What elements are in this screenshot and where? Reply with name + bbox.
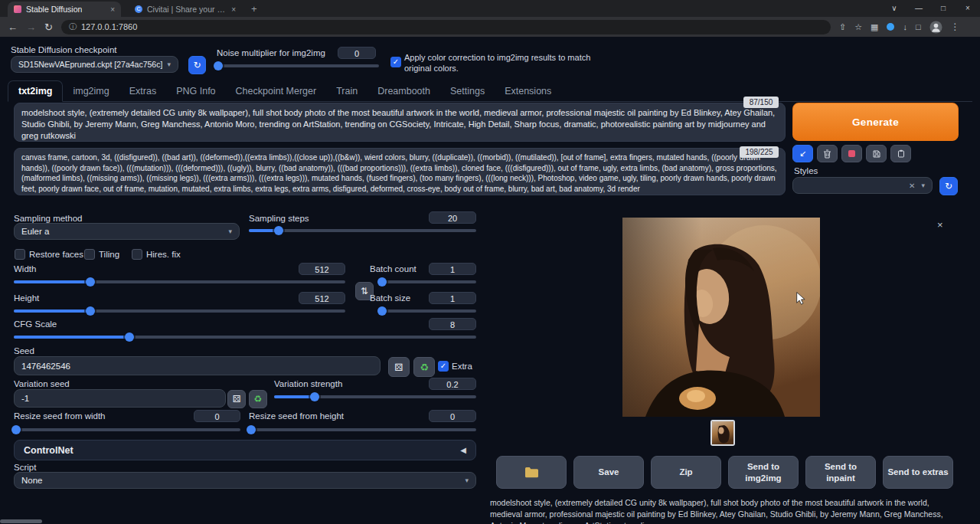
noise-multiplier-value[interactable]: 0	[338, 47, 376, 59]
bookmark-star-icon[interactable]: ☆	[854, 22, 862, 32]
generate-button[interactable]: Generate	[792, 103, 959, 141]
slider-thumb[interactable]	[310, 392, 319, 401]
extra-seed-checkbox[interactable]: ✓	[438, 361, 449, 372]
back-icon[interactable]: ←	[8, 21, 18, 33]
tab-extensions[interactable]: Extensions	[495, 81, 561, 101]
forward-icon[interactable]: →	[26, 21, 36, 33]
checkpoint-dropdown[interactable]: SD15NewVAEpruned.ckpt [27a4ac756c] ▾	[11, 56, 178, 73]
negative-prompt-input[interactable]: canvas frame, cartoon, 3d, ((disfigured)…	[14, 148, 786, 195]
batch-count-slider[interactable]	[380, 277, 476, 287]
minimize-button[interactable]: —	[906, 0, 931, 17]
send-to-img2img-button[interactable]: Send to img2img	[728, 456, 799, 489]
variation-seed-input[interactable]: -1	[14, 389, 226, 408]
tiling-checkbox[interactable]	[84, 249, 95, 260]
reload-icon[interactable]: ↻	[44, 21, 53, 33]
share-icon[interactable]: ⇧	[839, 22, 846, 32]
tab-close-icon[interactable]: ×	[231, 5, 236, 14]
width-slider[interactable]	[14, 277, 345, 287]
slider-thumb[interactable]	[274, 226, 283, 235]
width-value[interactable]: 512	[299, 263, 345, 275]
cfg-scale-value[interactable]: 8	[429, 318, 476, 330]
slider-thumb[interactable]	[377, 277, 387, 287]
tab-png-info[interactable]: PNG Info	[166, 81, 225, 101]
tab-settings[interactable]: Settings	[440, 81, 495, 101]
new-tab-button[interactable]: +	[251, 3, 257, 17]
send-to-extras-button[interactable]: Send to extras	[883, 456, 953, 489]
tab-txt2img[interactable]: txt2img	[8, 80, 63, 102]
save-button[interactable]: Save	[573, 456, 644, 489]
tab-checkpoint-merger[interactable]: Checkpoint Merger	[226, 81, 327, 101]
clear-prompt-button[interactable]	[817, 145, 838, 162]
sampling-steps-slider[interactable]	[249, 225, 476, 236]
close-window-button[interactable]: ×	[956, 0, 980, 17]
random-seed-button[interactable]: ⚄	[388, 357, 410, 377]
browser-tab-stable-diffusion[interactable]: Stable Diffusion ×	[8, 2, 121, 17]
slider-thumb[interactable]	[377, 306, 387, 316]
hires-fix-checkbox[interactable]	[132, 249, 142, 260]
tab-img2img[interactable]: img2img	[63, 81, 119, 101]
sampling-method-label: Sampling method	[14, 214, 83, 223]
styles-dropdown[interactable]: ✕ ▾	[792, 177, 933, 194]
slider-thumb[interactable]	[247, 425, 256, 434]
generated-image[interactable]	[622, 218, 820, 417]
reuse-seed-button[interactable]: ♻	[413, 357, 435, 377]
tab-extras[interactable]: Extras	[119, 81, 166, 101]
sampling-method-dropdown[interactable]: Euler a ▾	[14, 223, 240, 240]
controlnet-accordion[interactable]: ControlNet ◀	[14, 440, 476, 460]
refresh-styles-button[interactable]: ↻	[939, 177, 958, 195]
batch-size-value[interactable]: 1	[429, 292, 476, 304]
noise-multiplier-slider[interactable]	[216, 61, 379, 71]
resize-seed-width-value[interactable]: 0	[194, 410, 240, 422]
open-folder-button[interactable]	[496, 456, 567, 489]
slider-thumb[interactable]	[11, 425, 21, 434]
horizontal-scrollbar[interactable]	[0, 519, 42, 523]
refresh-checkpoint-button[interactable]: ↻	[188, 56, 206, 74]
seed-input[interactable]: 1476462546	[14, 356, 381, 375]
slider-thumb[interactable]	[86, 277, 95, 287]
height-slider[interactable]	[14, 306, 345, 316]
tab-dreambooth[interactable]: Dreambooth	[368, 81, 440, 101]
cfg-scale-slider[interactable]	[14, 332, 476, 342]
tab-close-icon[interactable]: ×	[110, 5, 115, 14]
resize-seed-height-slider[interactable]	[249, 424, 476, 435]
prompt-input[interactable]: modelshoot style, (extremely detailed CG…	[14, 103, 786, 142]
maximize-button[interactable]: □	[931, 0, 956, 17]
site-info-icon[interactable]: ⓘ	[69, 21, 77, 32]
address-bar[interactable]: ⓘ 127.0.0.1:7860	[61, 20, 831, 34]
resize-seed-height-value[interactable]: 0	[429, 410, 476, 422]
sampling-steps-value[interactable]: 20	[429, 211, 476, 224]
clear-styles-icon[interactable]: ✕	[909, 182, 921, 190]
sidebar-icon[interactable]: □	[916, 22, 921, 31]
resize-seed-width-slider[interactable]	[14, 424, 240, 435]
variation-strength-value[interactable]: 0.2	[429, 378, 476, 390]
download-icon[interactable]: ↓	[903, 22, 907, 31]
zip-button[interactable]: Zip	[651, 456, 721, 489]
restore-faces-checkbox[interactable]	[15, 249, 25, 260]
send-to-inpaint-button[interactable]: Send to inpaint	[805, 456, 876, 489]
apply-style-button[interactable]	[890, 145, 911, 162]
random-variation-seed-button[interactable]: ⚄	[227, 390, 246, 408]
color-correction-checkbox[interactable]: ✓	[390, 57, 401, 67]
batch-count-value[interactable]: 1	[429, 263, 476, 275]
seed-label: Seed	[14, 346, 34, 355]
gallery-thumbnail[interactable]	[710, 420, 735, 446]
tab-train[interactable]: Train	[326, 81, 368, 101]
extra-networks-button[interactable]	[841, 145, 862, 162]
profile-avatar[interactable]	[929, 21, 942, 34]
slider-thumb[interactable]	[125, 332, 134, 342]
save-style-button[interactable]	[866, 145, 887, 162]
slider-thumb[interactable]	[86, 306, 95, 316]
apps-grid-icon[interactable]: ▦	[871, 22, 878, 32]
extension-icon[interactable]	[887, 23, 894, 31]
window-chevron-icon[interactable]: ∨	[882, 0, 906, 17]
variation-strength-slider[interactable]	[274, 391, 476, 402]
script-dropdown[interactable]: None ▾	[14, 472, 476, 489]
height-value[interactable]: 512	[299, 292, 345, 304]
menu-dots-icon[interactable]: ⋮	[951, 21, 960, 32]
browser-tab-civitai[interactable]: C Civitai | Share your models ×	[129, 2, 242, 17]
close-gallery-icon[interactable]: ×	[937, 219, 943, 231]
batch-size-slider[interactable]	[380, 306, 476, 316]
paste-params-button[interactable]: ↙	[792, 145, 813, 162]
slider-thumb[interactable]	[214, 61, 223, 70]
reuse-variation-seed-button[interactable]: ♻	[249, 390, 267, 408]
